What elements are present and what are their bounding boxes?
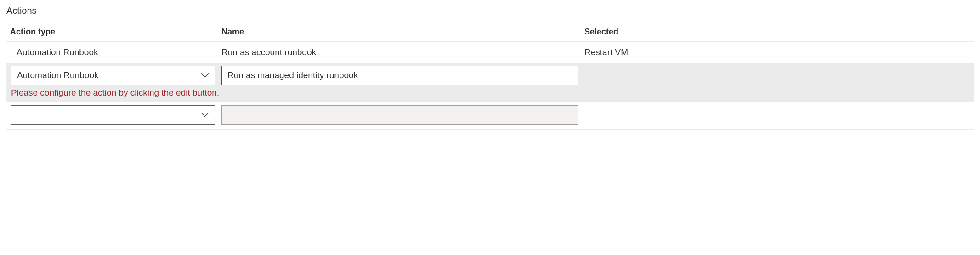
error-message: Please configure the action by clicking … (6, 85, 974, 98)
chevron-down-icon (201, 73, 209, 78)
header-selected: Selected (584, 27, 974, 37)
name-value: Run as managed identity runbook (227, 70, 358, 80)
chevron-down-icon (201, 113, 209, 118)
action-type-value: Automation Runbook (17, 70, 98, 80)
name-input-disabled (221, 105, 578, 125)
section-title: Actions (6, 6, 974, 16)
cell-action-type: Automation Runbook (17, 47, 221, 57)
actions-table: Action type Name Selected Automation Run… (6, 23, 974, 130)
table-header-row: Action type Name Selected (6, 23, 974, 42)
name-input[interactable]: Run as managed identity runbook (221, 66, 578, 85)
header-action-type: Action type (10, 27, 221, 37)
table-row-editing: Automation Runbook Run as managed identi… (6, 63, 974, 102)
table-row: Automation Runbook Run as account runboo… (6, 42, 974, 63)
cell-name: Run as account runbook (221, 47, 584, 57)
action-type-dropdown-empty[interactable] (11, 105, 215, 125)
table-row-empty (6, 102, 974, 130)
header-name: Name (221, 27, 584, 37)
cell-selected: Restart VM (584, 47, 974, 57)
action-type-dropdown[interactable]: Automation Runbook (11, 66, 215, 85)
